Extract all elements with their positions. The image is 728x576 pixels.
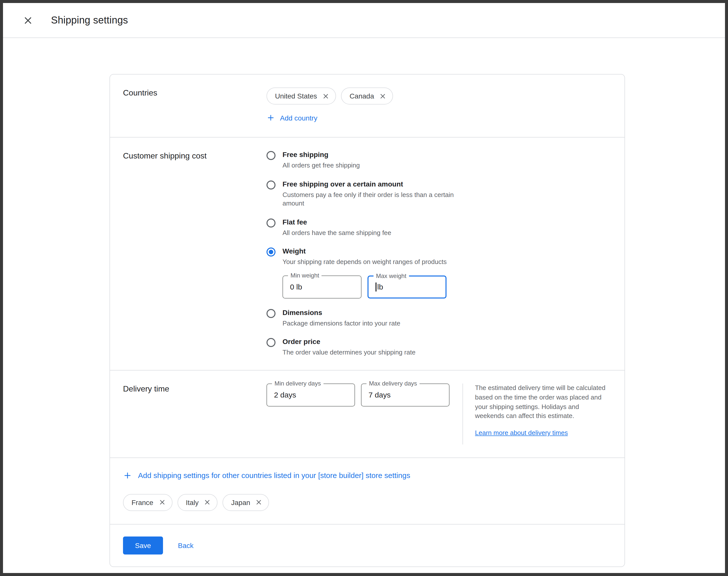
option-description: Your shipping rate depends on weight ran… [283, 258, 447, 266]
max-delivery-days-input[interactable] [369, 391, 442, 399]
option-description: The order value determines your shipping… [283, 348, 415, 357]
dialog-header: Shipping settings [3, 3, 725, 38]
chip-france[interactable]: France [123, 494, 172, 511]
weight-range-fields: Min weight Max weight lb [283, 275, 447, 298]
radio-icon[interactable] [266, 151, 275, 160]
max-weight-label: Max weight [374, 272, 409, 279]
shipping-settings-dialog: Shipping settings Countries United State… [0, 0, 728, 576]
option-title: Free shipping [283, 150, 360, 159]
remove-country-icon[interactable] [204, 499, 211, 506]
shipping-cost-section: Customer shipping cost Free shipping All… [110, 137, 624, 370]
delivery-helper-text: The estimated delivery time will be calc… [475, 383, 606, 421]
max-weight-value: lb [377, 283, 383, 291]
min-delivery-days-label: Min delivery days [272, 380, 323, 387]
plus-icon [266, 114, 275, 122]
country-chip-row: United States Canada [266, 87, 612, 105]
close-icon[interactable] [18, 10, 38, 30]
radio-option-order-price[interactable]: Order price The order value determines y… [266, 338, 612, 357]
remove-country-icon[interactable] [255, 499, 263, 506]
radio-icon[interactable] [266, 218, 275, 227]
delivery-times-link[interactable]: Learn more about delivery times [475, 429, 568, 436]
min-weight-input[interactable] [290, 283, 354, 291]
chip-japan[interactable]: Japan [223, 494, 269, 511]
option-title: Free shipping over a certain amount [283, 180, 455, 188]
countries-label: Countries [123, 87, 266, 124]
min-delivery-days-input[interactable] [274, 391, 348, 399]
delivery-time-label: Delivery time [123, 383, 266, 444]
save-button[interactable]: Save [123, 537, 163, 554]
radio-icon[interactable] [266, 338, 275, 347]
option-description: Customers pay a fee only if their order … [283, 190, 455, 208]
delivery-helper-panel: The estimated delivery time will be calc… [463, 383, 609, 444]
chip-italy[interactable]: Italy [177, 494, 217, 511]
radio-icon-selected[interactable] [266, 248, 275, 257]
option-description: Package dimensions factor into your rate [283, 319, 400, 327]
radio-icon[interactable] [266, 309, 275, 318]
chip-label: France [132, 498, 153, 507]
add-other-countries-label: Add shipping settings for other countrie… [138, 471, 410, 480]
chip-canada[interactable]: Canada [341, 87, 393, 105]
chip-label: Canada [349, 92, 374, 100]
other-countries-section: Add shipping settings for other countrie… [110, 458, 624, 524]
remove-country-icon[interactable] [379, 92, 386, 100]
settings-card: Countries United States Canada [110, 74, 625, 567]
chip-united-states[interactable]: United States [266, 87, 336, 105]
shipping-cost-label: Customer shipping cost [123, 150, 266, 357]
radio-option-flat-fee[interactable]: Flat fee All orders have the same shippi… [266, 218, 612, 237]
radio-option-weight[interactable]: Weight Your shipping rate depends on wei… [266, 247, 612, 298]
radio-option-free-shipping[interactable]: Free shipping All orders get free shippi… [266, 150, 612, 170]
min-delivery-days-field[interactable]: Min delivery days [266, 383, 355, 406]
back-button[interactable]: Back [178, 542, 194, 549]
radio-option-free-over-amount[interactable]: Free shipping over a certain amount Cust… [266, 180, 612, 208]
chip-label: United States [275, 92, 317, 100]
delivery-days-fields: Min delivery days Max delivery days [266, 383, 449, 406]
remove-country-icon[interactable] [158, 499, 166, 506]
plus-icon [123, 471, 132, 480]
dialog-footer: Save Back [110, 524, 624, 567]
chip-label: Italy [186, 498, 199, 507]
add-country-button[interactable]: Add country [266, 114, 317, 122]
option-description: All orders have the same shipping fee [283, 228, 391, 237]
option-title: Order price [283, 338, 415, 346]
option-title: Flat fee [283, 218, 391, 226]
dialog-title: Shipping settings [51, 15, 128, 26]
text-caret [376, 282, 376, 291]
add-other-countries-button[interactable]: Add shipping settings for other countrie… [123, 471, 410, 480]
radio-icon[interactable] [266, 180, 275, 189]
remove-country-icon[interactable] [322, 92, 329, 100]
min-weight-field[interactable]: Min weight [283, 275, 361, 298]
add-country-label: Add country [280, 114, 317, 122]
other-country-chip-row: France Italy Japan [123, 494, 612, 511]
delivery-time-section: Delivery time Min delivery days Max deli… [110, 370, 624, 458]
max-delivery-days-field[interactable]: Max delivery days [361, 383, 449, 406]
option-title: Weight [283, 247, 447, 255]
max-delivery-days-label: Max delivery days [367, 380, 419, 387]
option-description: All orders get free shipping [283, 161, 360, 170]
max-weight-field[interactable]: Max weight lb [368, 275, 446, 298]
option-title: Dimensions [283, 308, 400, 316]
radio-option-dimensions[interactable]: Dimensions Package dimensions factor int… [266, 308, 612, 327]
countries-section: Countries United States Canada [110, 75, 624, 137]
chip-label: Japan [231, 498, 250, 507]
min-weight-label: Min weight [288, 272, 322, 279]
